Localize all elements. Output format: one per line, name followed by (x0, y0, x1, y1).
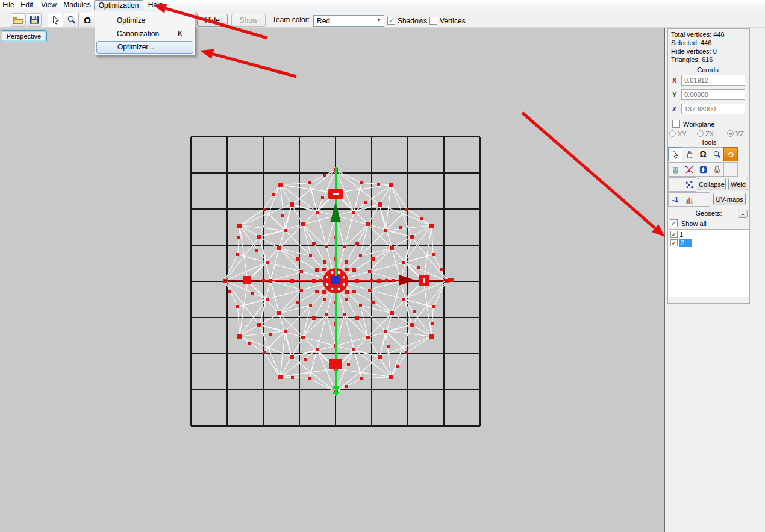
mesh-canvas (0, 28, 664, 532)
rotate-tool-button[interactable]: Ω (80, 13, 95, 27)
refresh-icon (726, 150, 735, 158)
tool-scatter-button[interactable] (682, 177, 696, 192)
z-coord-input[interactable] (681, 104, 745, 114)
chevron-down-icon: ▼ (376, 17, 381, 23)
optimize-label: Optimize (117, 14, 145, 27)
show-all-label: Show all (681, 220, 707, 227)
tool-select-button[interactable] (668, 147, 682, 161)
tool-empty-cell-2 (668, 177, 682, 192)
canonization-shortcut: K (178, 27, 183, 40)
shadows-checkbox[interactable] (387, 17, 395, 25)
x-coord-input[interactable] (681, 75, 745, 86)
tool-empty-cell-1 (723, 162, 738, 177)
select-tool-button[interactable] (48, 13, 63, 27)
y-axis-label: Y (672, 91, 676, 98)
team-color-value: Red (317, 17, 330, 25)
geoset-1-checkbox[interactable] (670, 231, 678, 238)
menu-item-optimize[interactable]: Optimize (96, 14, 193, 27)
collapse-button[interactable]: Collapse (698, 178, 726, 190)
workplane-label: Workplane (683, 120, 714, 128)
geoset-1-label: 1 (679, 231, 683, 238)
vertices-label: Vertices (440, 15, 466, 27)
magnifier-icon (67, 15, 76, 25)
stat-total-vertices: Total vertices: 446 (671, 31, 725, 38)
plane-zx-label: ZX (705, 130, 714, 137)
open-file-button[interactable] (11, 13, 26, 27)
tool-zoom-button[interactable] (710, 147, 724, 161)
z-axis-label: Z (672, 105, 676, 113)
coords-title: Coords: (668, 66, 749, 74)
tool-lock-button[interactable] (710, 162, 724, 177)
optimization-dropdown-menu: Optimize Canonization K Optimizer... (95, 11, 195, 55)
plane-xy-label: XY (678, 130, 687, 137)
cursor-icon (671, 150, 679, 159)
tool-extrude-button[interactable] (696, 162, 710, 177)
model-info-panel: Total vertices: 446 Selected: 446 Hide v… (667, 28, 750, 304)
toolbar-separator (269, 14, 269, 27)
save-file-button[interactable] (27, 13, 42, 27)
bar-chart-icon (685, 195, 694, 204)
canonization-label: Canonization (117, 27, 159, 40)
tool-chart-button[interactable] (682, 192, 696, 207)
tool-unweld-button[interactable] (682, 162, 696, 177)
zoom-tool-button[interactable] (64, 13, 79, 27)
minus-one-button[interactable]: -1 (668, 192, 682, 207)
plane-yz-radio[interactable] (727, 130, 734, 137)
menu-bar: File Edit View Modules Optimization Help (0, 0, 765, 11)
workplane-checkbox[interactable] (672, 120, 680, 128)
geoset-row-1[interactable]: 1 (669, 230, 749, 239)
shadows-label: Shadows (398, 15, 427, 27)
tool-refresh-button[interactable] (723, 147, 738, 161)
unweld-vertices-icon (685, 165, 694, 174)
menu-help[interactable]: Help (145, 0, 166, 10)
save-floppy-icon (30, 15, 39, 25)
menu-file[interactable]: File (0, 0, 17, 10)
extrude-up-icon (699, 165, 708, 174)
geoset-2-checkbox[interactable] (670, 239, 678, 246)
show-button[interactable]: Show (231, 14, 266, 27)
optimizer-label: Optimizer... (117, 42, 154, 53)
menu-item-optimizer[interactable]: Optimizer... (96, 41, 193, 54)
stat-selected: Selected: 446 (671, 39, 711, 46)
menu-edit[interactable]: Edit (17, 0, 37, 10)
hide-button[interactable]: Hide (197, 14, 228, 27)
uv-maps-button[interactable]: UV-maps (713, 193, 746, 205)
menu-view[interactable]: View (37, 0, 61, 10)
tool-empty-cell-3 (696, 192, 710, 207)
3d-viewport[interactable] (0, 28, 664, 532)
stat-hide-vertices: Hide vertices: 0 (671, 48, 717, 55)
plane-zx-radio[interactable] (697, 130, 704, 137)
magnifier-icon (713, 150, 722, 159)
lock-icon (713, 165, 722, 174)
x-axis-label: X (672, 77, 676, 84)
perspective-view-tab[interactable]: Perspective (1, 30, 47, 42)
panel-divider[interactable] (664, 28, 665, 532)
open-folder-icon (13, 16, 24, 25)
menu-item-canonization[interactable]: Canonization K (96, 27, 193, 40)
tool-pan-button[interactable] (682, 147, 696, 161)
sidebar-right-border (763, 28, 763, 532)
show-all-checkbox[interactable] (670, 219, 678, 227)
plane-yz-label: YZ (735, 130, 744, 137)
y-coord-input[interactable] (681, 89, 745, 100)
rotate-omega-icon: Ω (84, 15, 91, 25)
geosets-list[interactable]: 1 2 (669, 229, 749, 297)
cursor-icon (51, 15, 60, 25)
geoset-row-2[interactable]: 2 (669, 239, 749, 247)
minus-one-label: -1 (672, 196, 678, 203)
geosets-title: Geosets: (668, 210, 749, 217)
tool-recycle-button[interactable] (668, 162, 682, 177)
weld-button[interactable]: Weld (728, 178, 748, 190)
vertices-checkbox[interactable] (429, 17, 437, 25)
menu-optimization[interactable]: Optimization (94, 0, 143, 10)
tool-rotate-button[interactable]: Ω (696, 147, 710, 161)
team-color-label: Team color: (272, 14, 310, 26)
menu-modules[interactable]: Modules (61, 0, 93, 10)
tools-title: Tools (668, 139, 749, 146)
recycle-bin-icon (671, 165, 680, 174)
geosets-minimize-button[interactable]: - (738, 210, 748, 218)
plane-xy-radio[interactable] (669, 130, 676, 137)
team-color-select[interactable]: Red ▼ (313, 15, 384, 27)
vertex-dots-icon (685, 180, 694, 189)
hand-icon (685, 150, 694, 159)
